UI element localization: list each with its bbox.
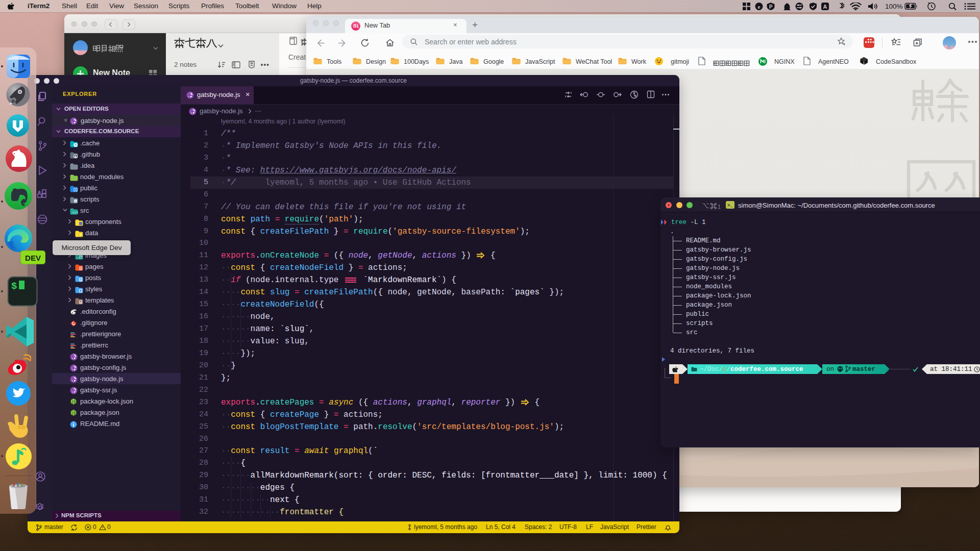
svg-text:#: #	[80, 289, 81, 292]
svg-text:100%: 100%	[885, 3, 903, 10]
svg-text:</>: </>	[72, 211, 78, 215]
svg-text:1: 1	[718, 204, 721, 210]
svg-text:{ }: { }	[72, 400, 76, 404]
svg-text:DEV: DEV	[25, 254, 41, 262]
svg-text:>_: >_	[727, 203, 733, 208]
svg-text:A: A	[823, 4, 827, 10]
svg-text:{ }: { }	[72, 411, 76, 415]
svg-text:P: P	[769, 4, 773, 10]
svg-text:e: e	[758, 4, 761, 10]
svg-text:$: $	[11, 281, 17, 292]
